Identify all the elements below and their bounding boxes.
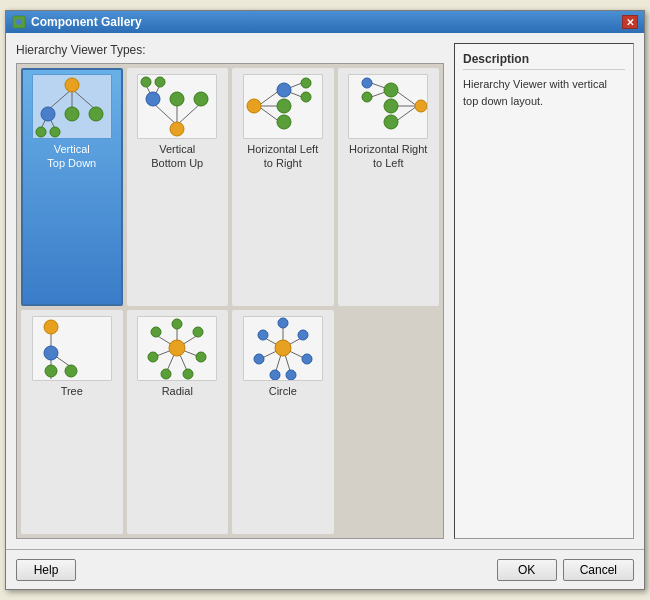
svg-point-51 (44, 346, 58, 360)
cancel-button[interactable]: Cancel (563, 559, 634, 581)
svg-point-23 (155, 77, 165, 87)
grid-item-tree[interactable]: Tree (21, 310, 123, 534)
svg-point-21 (194, 92, 208, 106)
footer-left: Help (16, 559, 76, 581)
svg-point-32 (277, 115, 291, 129)
grid-item-vertical-top-down[interactable]: VerticalTop Down (21, 68, 123, 306)
item-canvas-vtd (32, 74, 112, 139)
svg-point-33 (301, 78, 311, 88)
svg-point-22 (141, 77, 151, 87)
svg-point-18 (170, 122, 184, 136)
description-box: Description Hierarchy Viewer with vertic… (454, 43, 634, 539)
svg-line-2 (48, 89, 72, 110)
item-canvas-circle (243, 316, 323, 381)
svg-line-35 (395, 90, 417, 106)
svg-line-24 (258, 90, 280, 106)
svg-line-26 (258, 106, 280, 122)
svg-point-1 (16, 19, 22, 25)
svg-point-50 (44, 320, 58, 334)
footer-right: OK Cancel (497, 559, 634, 581)
item-label-hlr: Horizontal Leftto Right (247, 142, 318, 171)
svg-point-63 (193, 327, 203, 337)
svg-point-10 (89, 107, 103, 121)
svg-point-8 (41, 107, 55, 121)
svg-point-67 (148, 352, 158, 362)
grid-item-radial[interactable]: Radial (127, 310, 229, 534)
content-area: Hierarchy Viewer Types: (6, 33, 644, 549)
window-icon (12, 15, 26, 29)
svg-point-34 (301, 92, 311, 102)
svg-point-31 (277, 99, 291, 113)
help-button[interactable]: Help (16, 559, 76, 581)
item-label-radial: Radial (162, 384, 193, 398)
svg-point-61 (169, 340, 185, 356)
svg-point-80 (286, 370, 296, 380)
svg-point-29 (247, 99, 261, 113)
svg-point-45 (362, 92, 372, 102)
svg-point-41 (384, 83, 398, 97)
title-bar-left: Component Gallery (12, 15, 142, 29)
footer: Help OK Cancel (6, 549, 644, 589)
item-label-vbu: VerticalBottom Up (151, 142, 203, 171)
item-canvas-radial (137, 316, 217, 381)
item-label-circle: Circle (269, 384, 297, 398)
description-title: Description (463, 52, 625, 70)
svg-point-43 (384, 115, 398, 129)
item-grid: VerticalTop Down (16, 63, 444, 539)
svg-point-20 (170, 92, 184, 106)
svg-point-76 (275, 340, 291, 356)
svg-point-66 (161, 369, 171, 379)
grid-item-horizontal-lr[interactable]: Horizontal Leftto Right (232, 68, 334, 306)
ok-button[interactable]: OK (497, 559, 557, 581)
close-button[interactable]: ✕ (622, 15, 638, 29)
svg-point-64 (196, 352, 206, 362)
svg-point-30 (277, 83, 291, 97)
svg-point-40 (415, 100, 427, 112)
grid-item-vertical-bottom-up[interactable]: VerticalBottom Up (127, 68, 229, 306)
component-gallery-window: Component Gallery ✕ Hierarchy Viewer Typ… (5, 10, 645, 590)
left-panel: Hierarchy Viewer Types: (16, 43, 444, 539)
item-label-hrl: Horizontal Rightto Left (349, 142, 427, 171)
svg-point-62 (172, 319, 182, 329)
item-canvas-tree (32, 316, 112, 381)
svg-point-78 (298, 330, 308, 340)
svg-point-7 (65, 78, 79, 92)
grid-item-circle[interactable]: Circle (232, 310, 334, 534)
description-text: Hierarchy Viewer with vertical top down … (463, 76, 625, 109)
svg-line-4 (72, 89, 96, 110)
svg-line-13 (153, 103, 177, 125)
item-canvas-hlr (243, 74, 323, 139)
svg-point-12 (50, 127, 60, 137)
grid-item-horizontal-rl[interactable]: Horizontal Rightto Left (338, 68, 440, 306)
title-bar: Component Gallery ✕ (6, 11, 644, 33)
right-panel: Description Hierarchy Viewer with vertic… (454, 43, 634, 539)
svg-point-52 (45, 365, 57, 377)
svg-point-44 (362, 78, 372, 88)
svg-point-68 (151, 327, 161, 337)
svg-point-65 (183, 369, 193, 379)
item-label-vtd: VerticalTop Down (47, 142, 96, 171)
svg-point-81 (270, 370, 280, 380)
svg-point-83 (258, 330, 268, 340)
item-canvas-vbu (137, 74, 217, 139)
svg-point-82 (254, 354, 264, 364)
svg-point-11 (36, 127, 46, 137)
section-label: Hierarchy Viewer Types: (16, 43, 444, 57)
item-label-tree: Tree (61, 384, 83, 398)
window-title: Component Gallery (31, 15, 142, 29)
svg-point-79 (302, 354, 312, 364)
svg-point-53 (65, 365, 77, 377)
svg-line-37 (395, 106, 417, 122)
svg-line-15 (177, 103, 201, 125)
svg-point-9 (65, 107, 79, 121)
svg-point-42 (384, 99, 398, 113)
item-canvas-hrl (348, 74, 428, 139)
svg-point-77 (278, 318, 288, 328)
svg-point-19 (146, 92, 160, 106)
